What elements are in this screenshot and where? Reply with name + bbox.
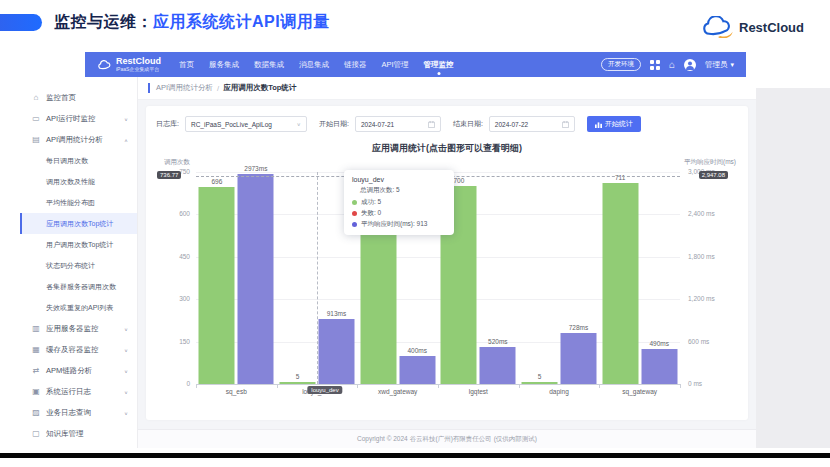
- sidebar-item-label: 知识库管理: [46, 429, 84, 439]
- runtime-monitor-icon: ▭: [30, 114, 42, 123]
- apps-grid-icon[interactable]: [650, 60, 660, 70]
- sidebar-item[interactable]: 调用次数及性能: [20, 171, 137, 192]
- nav-menu-item[interactable]: 管理监控: [424, 60, 454, 70]
- nav-menu-item[interactable]: API管理: [382, 60, 409, 70]
- nav-menu-item[interactable]: 链接器: [344, 60, 367, 70]
- sidebar-item-label: 用户调用次数Top统计: [46, 240, 113, 250]
- sidebar-item-label: 应用调用次数Top统计: [46, 219, 113, 229]
- chevron-down-icon: ∨: [124, 368, 128, 373]
- tooltip-row: 平均响应时间(ms): 913: [352, 220, 446, 229]
- sidebar-item-label: 缓存及容器监控: [46, 345, 99, 355]
- nav-menu-item[interactable]: 消息集成: [299, 60, 329, 70]
- knowledge-base-icon: ▢: [30, 429, 42, 438]
- user-icon: [685, 60, 695, 70]
- sidebar-item-label: 各集群服务器调用次数: [46, 282, 116, 292]
- nav-menu-item[interactable]: 服务集成: [209, 60, 239, 70]
- bar-value-label: 5: [538, 373, 542, 380]
- sidebar-item[interactable]: 失效或重复的API列表: [20, 297, 137, 318]
- sidebar-item-label: 状态码分布统计: [46, 261, 95, 271]
- env-badge[interactable]: 开发环境: [601, 58, 641, 71]
- nav-item-label: API管理: [382, 60, 409, 69]
- chevron-down-icon: ∨: [124, 116, 128, 121]
- bar-call-count[interactable]: 5: [522, 382, 558, 384]
- start-date-value: 2024-07-21: [361, 121, 394, 128]
- bar-call-count[interactable]: 5: [280, 382, 316, 384]
- log-library-select[interactable]: RC_iPaaS_PocLive_ApiLog ∨: [185, 116, 307, 132]
- nav-brand-subtitle: iPaaS企业集成平台: [116, 66, 161, 72]
- bar-avg-response[interactable]: 2973ms: [238, 174, 274, 384]
- bottom-accent-bar: [0, 453, 830, 458]
- start-date-input[interactable]: 2024-07-21: [355, 116, 441, 132]
- cloud-icon: [97, 60, 112, 70]
- nav-menu-item[interactable]: 首页: [179, 60, 194, 70]
- start-stats-button[interactable]: 开始统计: [587, 116, 641, 132]
- legend-dot-icon: [352, 222, 357, 227]
- sidebar-item[interactable]: 平均性能分布图: [20, 192, 137, 213]
- sidebar-item[interactable]: ▢知识库管理: [20, 423, 137, 444]
- chart-title: 应用调用统计(点击图形可以查看明细): [156, 142, 738, 154]
- nav-item-label: 服务集成: [209, 60, 239, 69]
- user-name: 管理员: [705, 60, 728, 70]
- sidebar-item[interactable]: ▥应用服务器监控∨: [20, 318, 137, 339]
- breadcrumb-parent[interactable]: API调用统计分析: [156, 83, 213, 93]
- sidebar-item[interactable]: 应用调用次数Top统计: [20, 213, 137, 234]
- y-tick-label-right: 1,800 ms: [684, 253, 738, 261]
- sidebar-item-label: API运行时监控: [46, 114, 96, 124]
- x-tick-mark: [680, 384, 681, 388]
- bar-avg-response[interactable]: 520ms: [480, 347, 516, 384]
- app-server-icon: ▥: [30, 324, 42, 333]
- stats-analysis-icon: ▤: [30, 135, 42, 144]
- bar-value-label: 400ms: [407, 347, 427, 354]
- bar-chart: 调用次数 平均响应时间(ms) 6962973ms5913ms700400ms7…: [156, 156, 738, 412]
- bar-avg-response[interactable]: 728ms: [561, 333, 597, 384]
- calendar-icon: [428, 121, 435, 128]
- bar-avg-response[interactable]: 913ms: [319, 319, 355, 384]
- y-axis-name-left: 调用次数: [164, 158, 190, 167]
- bar-value-label: 490ms: [649, 340, 669, 347]
- bar-call-count[interactable]: 711: [602, 183, 638, 384]
- x-axis-labels: sq_esblouyu_devxwd_gatewaylgqtestdapings…: [196, 388, 680, 400]
- sidebar-item-label: 应用服务器监控: [46, 324, 99, 334]
- bar-avg-response[interactable]: 400ms: [399, 356, 435, 384]
- sidebar-item-label: 系统运行日志: [46, 387, 91, 397]
- sidebar-item[interactable]: ⌂监控首页: [20, 87, 137, 108]
- sidebar-item-label: API调用统计分析: [46, 135, 103, 145]
- nav-brand[interactable]: RestCloud iPaaS企业集成平台: [85, 57, 171, 72]
- tooltip: louyu_dev 总调用次数: 5 成功: 5失败: 0平均响应时间(ms):…: [344, 170, 454, 235]
- y-tick-label-right: 0 ms: [684, 380, 738, 388]
- sidebar-item[interactable]: ⇄APM链路分析∨: [20, 360, 137, 381]
- sidebar-item[interactable]: 每日调用次数: [20, 150, 137, 171]
- tooltip-title: louyu_dev: [352, 176, 446, 183]
- breadcrumb: API调用统计分析 / 应用调用次数Top统计: [138, 77, 756, 100]
- sidebar-item[interactable]: ▭API运行时监控∨: [20, 108, 137, 129]
- axis-pointer-badge-left: 736.77: [157, 171, 181, 179]
- sidebar-item[interactable]: 各集群服务器调用次数: [20, 276, 137, 297]
- content-card: 日志库: RC_iPaaS_PocLive_ApiLog ∨ 开始日期: 202…: [146, 106, 748, 420]
- sidebar-item[interactable]: ▨业务日志查询∨: [20, 402, 137, 423]
- axis-pointer-badge-right: 2,947.08: [699, 171, 728, 179]
- sidebar-item-label: 调用次数及性能: [46, 177, 95, 187]
- page-footer: Copyright © 2024 谷云科技(广州)有限责任公司 (仅供内部测试): [138, 429, 756, 448]
- sidebar-item[interactable]: ▤API调用统计分析∧: [20, 129, 137, 150]
- sidebar-item[interactable]: ▣系统运行日志∨: [20, 381, 137, 402]
- tooltip-summary: 总调用次数: 5: [360, 186, 446, 195]
- bar-avg-response[interactable]: 490ms: [641, 349, 677, 384]
- nav-menu-item[interactable]: 数据集成: [254, 60, 284, 70]
- y-tick-label-left: 300: [156, 295, 190, 303]
- avatar[interactable]: [684, 59, 696, 71]
- slide: 监控与运维：应用系统统计API调用量 RestCloud RestCloud i…: [0, 0, 830, 467]
- sidebar-item[interactable]: ▦缓存及容器监控∨: [20, 339, 137, 360]
- start-stats-label: 开始统计: [605, 119, 633, 129]
- x-tick-label: daping: [549, 388, 569, 395]
- home-icon[interactable]: ⌂: [669, 60, 675, 70]
- bar-call-count[interactable]: 696: [199, 187, 235, 384]
- user-menu[interactable]: 管理员 ▾: [705, 60, 734, 70]
- end-date-value: 2024-07-22: [495, 121, 528, 128]
- end-date-input[interactable]: 2024-07-22: [489, 116, 575, 132]
- x-axis-pointer-badge: louyu_dev: [307, 386, 342, 394]
- filter-bar: 日志库: RC_iPaaS_PocLive_ApiLog ∨ 开始日期: 202…: [156, 114, 738, 134]
- start-date-label: 开始日期:: [319, 119, 349, 129]
- sidebar-item[interactable]: 用户调用次数Top统计: [20, 234, 137, 255]
- bar-value-label: 2973ms: [244, 165, 267, 172]
- sidebar-item[interactable]: 状态码分布统计: [20, 255, 137, 276]
